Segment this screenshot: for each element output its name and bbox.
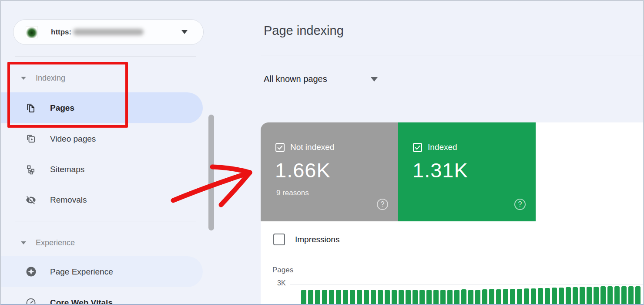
page-experience-icon [25,266,37,278]
chart-bar [496,289,501,304]
chart-bar [607,286,613,304]
sidebar-section-experience[interactable]: Experience [1,235,203,250]
chart-bar [461,289,466,304]
chart-bar [343,290,348,304]
chart-bar [392,290,397,304]
chart-bar [538,288,543,304]
chart-bar [635,286,641,304]
section-label: Experience [36,238,75,247]
card-indexed[interactable]: Indexed 1.31K ? [398,122,536,221]
card-label: Not indexed [290,142,334,152]
core-web-vitals-gauge-icon [25,297,37,305]
chart-bar [357,290,362,304]
chart-bar [433,290,439,304]
sitemaps-icon [25,164,37,175]
sidebar-divider [15,221,196,221]
chart-bar [336,290,341,304]
sidebar-item-label: Core Web Vitals [50,298,113,305]
annotation-highlight-box [7,62,128,128]
chart-bar [503,289,508,304]
annotation-arrow [169,161,256,210]
chart-bar [580,287,585,304]
chart-bar [573,287,578,304]
removals-eye-off-icon [25,194,37,206]
chart-bar [552,288,557,304]
chart-bar [440,290,446,304]
chart-bar [350,290,355,304]
indexed-checkbox[interactable] [413,143,422,152]
sidebar-item-label: Sitemaps [50,165,84,174]
chart-bar [371,290,376,304]
chart-bar [447,290,453,304]
chart-bar [308,290,313,304]
chart-axis-label: Pages [272,266,293,274]
chart-bar [621,286,627,304]
chart-bar [385,290,390,304]
chart-bar [587,287,592,304]
chart-bar [559,288,564,304]
video-pages-icon [25,133,37,145]
card-sub-label: 9 reasons [276,189,309,197]
header-divider [261,55,643,55]
chart-bar [510,289,515,304]
help-icon[interactable]: ? [514,199,526,210]
sidebar-item-video-pages[interactable]: Video pages [1,123,203,154]
chart-bar [482,289,487,304]
chevron-down-icon [21,241,26,244]
chart-bar [322,290,327,304]
chart-bar [378,290,383,304]
chart-bar [566,287,571,304]
chart-bar [628,286,634,304]
chart-bar [531,288,536,304]
chart-bar [413,290,418,304]
chart-bar [517,289,522,304]
impressions-checkbox[interactable] [273,234,285,245]
help-icon[interactable]: ? [377,199,388,210]
sidebar-item-label: Removals [50,195,87,205]
page-title: Page indexing [264,24,344,38]
sidebar-item-core-web-vitals[interactable]: Core Web Vitals [1,287,203,305]
chart-bar [301,290,306,304]
card-value: 1.66K [275,158,331,182]
chart-tick-3k: 3K [277,279,286,287]
chart-bar [406,290,411,304]
search-console-window: https: Indexing Pages Video pages [0,0,644,305]
card-label: Indexed [428,142,457,152]
not-indexed-checkbox[interactable] [275,143,285,152]
chevron-down-icon [371,77,378,81]
chart-bars [301,284,643,304]
chart-bar [426,290,432,304]
chart-bar [594,287,599,304]
chart-bar [364,290,369,304]
chart-bar [614,286,620,304]
filter-label: All known pages [264,74,327,84]
property-selector[interactable]: https: [13,19,204,45]
sidebar-item-page-experience[interactable]: Page Experience [1,256,203,287]
chart-bar [315,290,320,304]
chart-bar [475,290,480,304]
sidebar-item-label: Video pages [50,134,96,144]
blurred-url [73,29,144,35]
impressions-label: Impressions [295,235,339,244]
sidebar-divider [15,56,196,57]
property-url-prefix: https: [51,28,71,37]
chart-bar [524,288,529,304]
sidebar-item-label: Page Experience [50,267,113,277]
chart-bar [419,290,425,304]
card-not-indexed[interactable]: Not indexed 1.66K 9 reasons ? [261,122,398,221]
chart-bar [329,290,334,304]
chart-bar [545,288,550,304]
chart-bar [399,290,404,304]
chart-bar [489,289,494,304]
page-filter-dropdown[interactable]: All known pages [264,74,378,84]
chart-bar [468,290,473,304]
chevron-down-icon [181,30,188,34]
chart-bar [454,290,460,304]
card-value: 1.31K [413,158,468,182]
site-favicon [26,26,38,38]
chart-bar [600,286,606,304]
